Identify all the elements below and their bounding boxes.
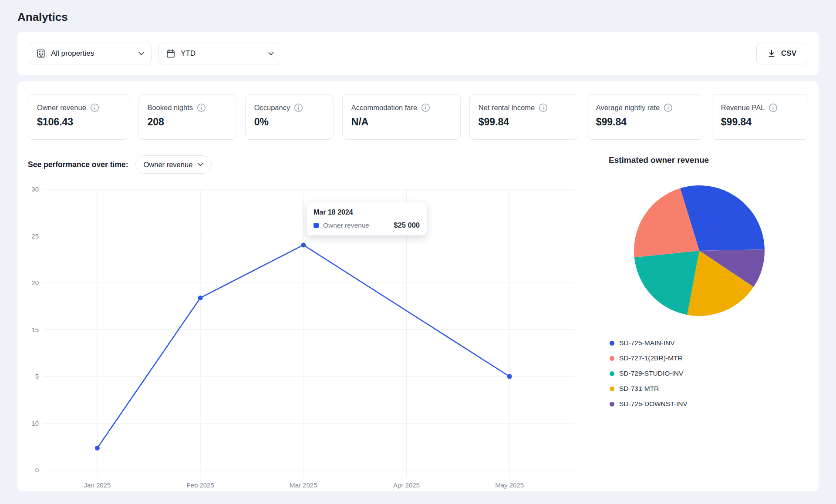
building-icon — [36, 49, 46, 58]
svg-text:Jan 2025: Jan 2025 — [84, 481, 111, 489]
kpi-value: N/A — [351, 116, 452, 128]
info-icon[interactable] — [421, 103, 430, 112]
svg-text:25: 25 — [31, 232, 39, 240]
chevron-down-icon — [268, 52, 274, 56]
info-icon[interactable] — [197, 103, 206, 112]
date-range-value: YTD — [181, 49, 196, 58]
kpi-label: Average nightly rate — [596, 104, 660, 112]
kpi-label: Owner revenue — [37, 104, 86, 112]
legend-label: SD-729-STUDIO-INV — [619, 370, 683, 377]
info-icon[interactable] — [90, 103, 99, 112]
svg-text:20: 20 — [31, 279, 39, 286]
legend-label: SD-725-MAIN-INV — [619, 339, 674, 347]
analytics-card: Owner revenue$106.43Booked nights208Occu… — [17, 81, 819, 491]
svg-text:0: 0 — [35, 466, 39, 474]
info-icon[interactable] — [769, 103, 778, 112]
export-csv-button[interactable]: CSV — [756, 43, 807, 64]
info-icon[interactable] — [294, 103, 303, 112]
performance-label: See performance over time: — [28, 160, 128, 169]
property-selector[interactable]: All properties — [29, 43, 152, 64]
svg-text:5: 5 — [35, 373, 39, 380]
metric-selector[interactable]: Owner revenue — [135, 155, 212, 174]
kpi-label: Occupancy — [254, 104, 290, 112]
metric-selector-value: Owner revenue — [144, 161, 193, 169]
kpi-label: Booked nights — [147, 104, 193, 112]
kpi-value: $99.84 — [479, 116, 569, 128]
analytics-page: Analytics All properties — [0, 10, 836, 491]
svg-text:May 2025: May 2025 — [495, 481, 524, 489]
legend-item: SD-725-DOWNST-INV — [610, 400, 808, 408]
svg-text:Mar 2025: Mar 2025 — [290, 481, 317, 489]
owner-revenue-pie-chart[interactable] — [634, 185, 765, 316]
date-range-selector[interactable]: YTD — [158, 43, 281, 64]
kpi-card: Booked nights208 — [138, 94, 236, 140]
legend-item: SD-727-1(2BR)-MTR — [610, 354, 808, 362]
pie-legend: SD-725-MAIN-INVSD-727-1(2BR)-MTRSD-729-S… — [590, 339, 808, 408]
svg-text:Apr 2025: Apr 2025 — [393, 481, 420, 489]
performance-chart-section: See performance over time: Owner revenue… — [28, 155, 582, 491]
kpi-card: Occupancy0% — [245, 94, 334, 140]
legend-dot — [610, 341, 614, 346]
series-marker — [314, 223, 319, 228]
info-icon[interactable] — [664, 103, 673, 112]
kpi-card: Accommodation fareN/A — [342, 94, 461, 140]
kpi-value: $99.84 — [721, 116, 799, 128]
legend-item: SD-731-MTR — [610, 385, 808, 393]
chevron-down-icon — [138, 52, 144, 56]
svg-text:15: 15 — [31, 326, 39, 333]
kpi-card: Owner revenue$106.43 — [28, 94, 129, 140]
legend-item: SD-725-MAIN-INV — [610, 339, 808, 347]
legend-dot — [610, 402, 614, 407]
info-icon[interactable] — [539, 103, 548, 112]
pie-chart-section: Estimated owner revenue SD-725-MAIN-INVS… — [590, 155, 808, 491]
legend-dot — [610, 356, 614, 361]
property-selector-value: All properties — [51, 49, 94, 58]
legend-label: SD-725-DOWNST-INV — [619, 400, 688, 408]
legend-label: SD-727-1(2BR)-MTR — [619, 354, 683, 362]
kpi-value: $99.84 — [596, 116, 694, 128]
kpi-card: Net rental income$99.84 — [469, 94, 578, 140]
kpi-value: 208 — [147, 116, 227, 128]
owner-revenue-line-chart[interactable]: 302520155100Jan 2025Feb 2025Mar 2025Apr … — [28, 185, 581, 490]
legend-label: SD-731-MTR — [619, 385, 659, 393]
svg-text:Feb 2025: Feb 2025 — [186, 481, 214, 489]
charts-section: See performance over time: Owner revenue… — [28, 155, 808, 491]
kpi-value: 0% — [254, 116, 324, 128]
kpi-label: Net rental income — [479, 104, 535, 112]
svg-text:10: 10 — [31, 420, 39, 427]
kpi-value: $106.43 — [37, 116, 120, 128]
svg-text:30: 30 — [31, 185, 39, 193]
line-chart-area: 302520155100Jan 2025Feb 2025Mar 2025Apr … — [28, 185, 582, 491]
tooltip-date: Mar 18 2024 — [314, 208, 420, 216]
pie-chart-title: Estimated owner revenue — [590, 155, 808, 165]
legend-item: SD-729-STUDIO-INV — [610, 370, 808, 377]
page-title: Analytics — [17, 10, 819, 24]
filter-bar: All properties YTD — [17, 32, 819, 75]
download-icon — [767, 49, 776, 58]
kpi-row: Owner revenue$106.43Booked nights208Occu… — [28, 94, 808, 140]
kpi-card: Revenue PAL$99.84 — [712, 94, 808, 140]
chevron-down-icon — [198, 163, 203, 167]
kpi-label: Revenue PAL — [721, 104, 765, 112]
chart-tooltip: Mar 18 2024 Owner revenue $25 000 — [307, 202, 427, 235]
kpi-card: Average nightly rate$99.84 — [587, 94, 703, 140]
calendar-icon — [166, 49, 175, 58]
performance-header: See performance over time: Owner revenue — [28, 155, 582, 174]
legend-dot — [610, 371, 614, 376]
export-csv-label: CSV — [781, 49, 796, 58]
tooltip-series-name: Owner revenue — [323, 222, 369, 229]
tooltip-value: $25 000 — [394, 221, 420, 229]
legend-dot — [610, 386, 614, 391]
kpi-label: Accommodation fare — [351, 104, 417, 112]
